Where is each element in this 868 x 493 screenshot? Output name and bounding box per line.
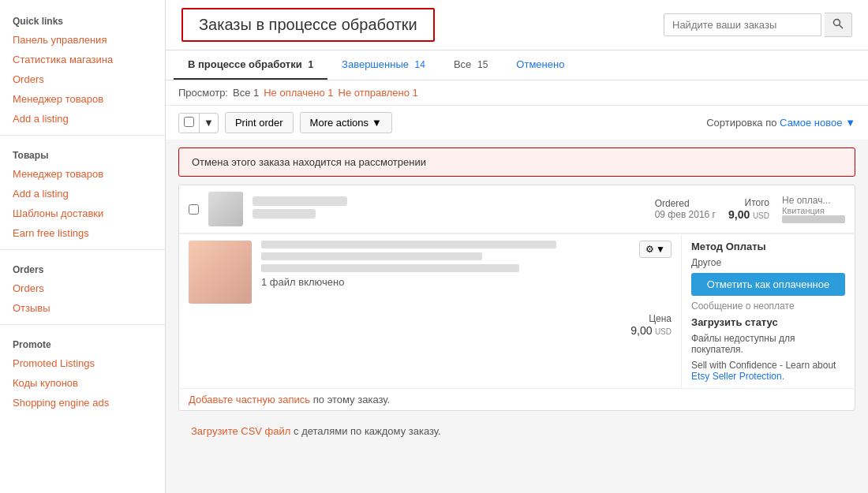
tab-all[interactable]: Все 15 xyxy=(440,50,502,80)
sidebar: Quick links Панель управления Статистика… xyxy=(0,0,166,493)
sidebar-item-panel[interactable]: Панель управления xyxy=(0,30,165,50)
order-body: 1 файл включено ⚙ ▼ xyxy=(179,234,681,310)
order-payment-right: Не оплач... Квитанция xyxy=(782,195,845,223)
order-total-value: 9,00 xyxy=(728,208,750,221)
page-header: Заказы в процессе обработки xyxy=(166,0,868,50)
order-right-panel: Метод Оплаты Другое Отметить как оплачен… xyxy=(681,234,855,388)
checkbox-arrow[interactable]: ▼ xyxy=(200,114,218,132)
sidebar-item-manager2[interactable]: Менеджер товаров xyxy=(0,164,165,184)
sidebar-item-reviews[interactable]: Отзывы xyxy=(0,298,165,318)
select-all-checkbox[interactable]: ▼ xyxy=(178,113,219,133)
main-content: Заказы в процессе обработки В процессе о… xyxy=(166,0,868,493)
order-thumbnail xyxy=(208,192,243,226)
payment-status-text: Не оплач... xyxy=(782,195,845,206)
order-info xyxy=(253,196,645,222)
sidebar-divider-1 xyxy=(0,135,165,136)
sidebar-item-orders2[interactable]: Orders xyxy=(0,278,165,298)
footer-link-row: Добавьте частную запись по этому заказу. xyxy=(179,388,855,410)
etsy-protection-link[interactable]: Etsy Seller Protection. xyxy=(691,371,784,382)
mark-paid-button[interactable]: Отметить как оплаченное xyxy=(691,273,845,296)
order-status-label: Ordered xyxy=(655,198,716,209)
tabs-bar: В процессе обработки 1 Завершенные 14 Вс… xyxy=(166,50,868,80)
order-left: 1 файл включено ⚙ ▼ Цена 9,00 xyxy=(179,234,681,388)
search-input[interactable] xyxy=(664,13,821,36)
tab-completed[interactable]: Завершенные 14 xyxy=(327,50,440,80)
select-all-input[interactable] xyxy=(184,117,194,127)
sort-value-link[interactable]: Самое новое xyxy=(780,117,842,129)
item-detail-blurred xyxy=(261,264,519,272)
order-date: 09 фев 2016 г xyxy=(655,209,716,220)
tab-cancelled[interactable]: Отменено xyxy=(502,50,578,80)
quick-links-title: Quick links xyxy=(0,8,165,30)
price-currency: USD xyxy=(655,327,672,336)
search-icon xyxy=(832,18,844,29)
sidebar-item-orders1[interactable]: Orders xyxy=(0,69,165,89)
filter-row: Просмотр: Все 1 Не оплачено 1 Не отправл… xyxy=(166,80,868,106)
page-title-box: Заказы в процессе обработки xyxy=(181,8,435,42)
price-row: Цена 9,00 USD xyxy=(179,310,681,343)
footer-suffix: по этому заказу. xyxy=(313,394,390,405)
search-button[interactable] xyxy=(825,13,852,37)
csv-suffix: с деталями по каждому заказу. xyxy=(294,425,441,437)
order-id-blurred xyxy=(253,209,316,218)
sidebar-item-shipping[interactable]: Шаблоны доставки xyxy=(0,204,165,223)
download-csv-link[interactable]: Загрузите CSV файл xyxy=(191,425,290,437)
sidebar-item-add2[interactable]: Add a listing xyxy=(0,184,165,204)
checkbox-box[interactable] xyxy=(179,114,200,133)
content-area: Отмена этого заказа находится на рассмот… xyxy=(166,140,868,451)
order-card: Ordered 09 фев 2016 г Итого 9,00 USD Не … xyxy=(178,185,855,411)
filter-label: Просмотр: xyxy=(178,87,228,99)
order-status-date: Ordered 09 фев 2016 г xyxy=(655,198,716,220)
sidebar-item-promoted[interactable]: Promoted Listings xyxy=(0,353,165,373)
toolbar-left: ▼ Print order More actions ▼ xyxy=(178,112,392,133)
price-label: Цена xyxy=(649,313,672,324)
unpaid-message: Сообщение о неоплате xyxy=(691,301,845,312)
search-area xyxy=(664,13,852,37)
sidebar-item-shopads[interactable]: Shopping engine ads xyxy=(0,393,165,413)
payment-method-value: Другое xyxy=(691,257,845,268)
order-buyer-blurred xyxy=(253,196,347,206)
order-checkbox[interactable] xyxy=(189,204,199,215)
csv-row: Загрузите CSV файл с деталями по каждому… xyxy=(178,419,855,443)
etsy-text: Sell with Confidence - Learn about xyxy=(691,360,836,371)
gear-icon: ⚙ xyxy=(645,244,654,255)
item-title-blurred xyxy=(261,241,556,248)
payment-method-title: Метод Оплаты xyxy=(691,241,845,252)
order-main-row: 1 файл включено ⚙ ▼ Цена 9,00 xyxy=(179,233,855,388)
order-currency: USD xyxy=(753,211,769,220)
sidebar-item-manager1[interactable]: Менеджер товаров xyxy=(0,89,165,109)
sidebar-item-coupons[interactable]: Коды купонов xyxy=(0,373,165,393)
warning-banner: Отмена этого заказа находится на рассмот… xyxy=(178,148,855,177)
sidebar-item-add1[interactable]: Add a listing xyxy=(0,109,165,129)
add-private-note-link[interactable]: Добавьте частную запись xyxy=(189,394,310,405)
order-total-row: 9,00 USD xyxy=(728,208,769,221)
print-order-button[interactable]: Print order xyxy=(225,112,294,133)
dropdown-arrow-icon: ▼ xyxy=(372,117,382,129)
sidebar-item-stats[interactable]: Статистика магазина xyxy=(0,50,165,69)
order-meta: Итого 9,00 USD xyxy=(728,197,769,221)
warning-text: Отмена этого заказа находится на рассмот… xyxy=(192,156,426,168)
order-item-thumbnail xyxy=(189,241,252,304)
promote-title: Promote xyxy=(0,331,165,353)
order-header-right: Ordered 09 фев 2016 г Итого 9,00 USD Не … xyxy=(655,195,845,223)
filter-unshipped[interactable]: Не отправлено 1 xyxy=(339,87,418,99)
files-included-text: 1 файл включено xyxy=(261,276,630,288)
goods-title: Товары xyxy=(0,142,165,164)
tab-processing[interactable]: В процессе обработки 1 xyxy=(174,50,327,80)
more-actions-button[interactable]: More actions ▼ xyxy=(300,112,392,133)
svg-point-0 xyxy=(834,20,840,26)
item-gear-area: ⚙ ▼ xyxy=(639,241,672,304)
sidebar-divider-3 xyxy=(0,324,165,325)
item-gear-button[interactable]: ⚙ ▼ xyxy=(639,241,672,258)
filter-all: Все 1 xyxy=(233,87,259,99)
sidebar-divider-2 xyxy=(0,249,165,250)
orders-title: Orders xyxy=(0,256,165,278)
sidebar-item-earnfree[interactable]: Earn free listings xyxy=(0,223,165,243)
order-total-label: Итого xyxy=(728,197,769,208)
filter-unpaid[interactable]: Не оплачено 1 xyxy=(264,87,333,99)
toolbar: ▼ Print order More actions ▼ Сортировка … xyxy=(166,106,868,140)
app-layout: Quick links Панель управления Статистика… xyxy=(0,0,868,493)
chevron-down-icon: ▼ xyxy=(204,117,214,129)
sort-area: Сортировка по Самое новое ▼ xyxy=(706,117,855,129)
svg-line-1 xyxy=(840,25,844,29)
